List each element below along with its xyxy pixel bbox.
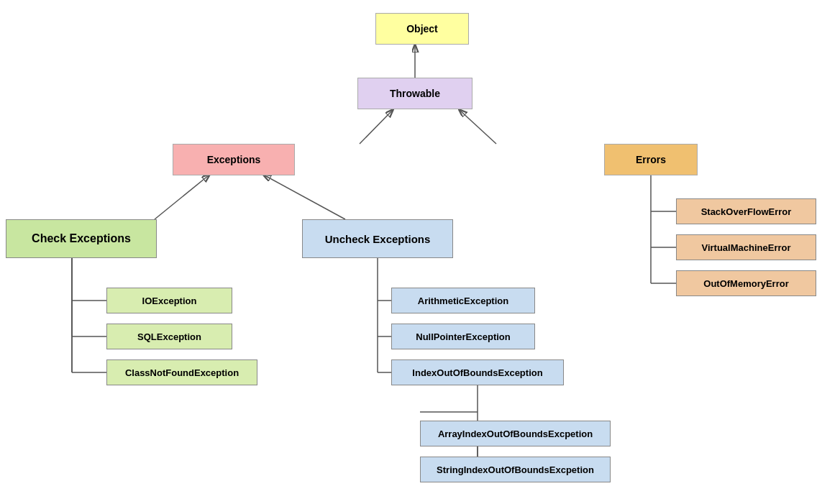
node-errors: Errors (604, 144, 698, 175)
svg-line-2 (460, 111, 496, 144)
label-classnotfound: ClassNotFoundException (125, 367, 239, 378)
label-stringindex: StringIndexOutOfBoundsExcpetion (437, 464, 594, 475)
label-exceptions: Exceptions (207, 154, 261, 165)
label-throwable: Throwable (390, 88, 440, 99)
node-arithmetic: ArithmeticException (391, 288, 535, 313)
node-outofmemory: OutOfMemoryError (676, 270, 816, 296)
node-nullpointer: NullPointerException (391, 324, 535, 349)
label-outofmemory: OutOfMemoryError (703, 278, 788, 289)
label-indexoutofbounds: IndexOutOfBoundsException (412, 367, 542, 378)
label-object: Object (406, 23, 438, 35)
label-nullpointer: NullPointerException (416, 331, 510, 342)
node-stackoverflow: StackOverFlowError (676, 198, 816, 224)
node-stringindex: StringIndexOutOfBoundsExcpetion (420, 457, 611, 482)
label-arrayindex: ArrayIndexOutOfBoundsExcpetion (438, 429, 593, 439)
diagram: Object Throwable Exceptions Errors Check… (0, 0, 840, 504)
label-sqlexception: SQLException (137, 331, 201, 342)
node-uncheck-exceptions: Uncheck Exceptions (302, 219, 453, 258)
node-exceptions: Exceptions (173, 144, 295, 175)
svg-line-3 (155, 175, 209, 219)
label-ioexception: IOException (142, 295, 197, 306)
node-classnotfound: ClassNotFoundException (106, 359, 257, 385)
label-check-exceptions: Check Exceptions (32, 232, 131, 245)
node-throwable: Throwable (357, 78, 472, 109)
label-arithmetic: ArithmeticException (418, 295, 508, 306)
label-virtualmachine: VirtualMachineError (701, 242, 790, 253)
node-indexoutofbounds: IndexOutOfBoundsException (391, 359, 564, 385)
svg-line-4 (265, 175, 345, 219)
label-stackoverflow: StackOverFlowError (701, 206, 792, 217)
node-virtualmachine: VirtualMachineError (676, 234, 816, 260)
node-sqlexception: SQLException (106, 324, 232, 349)
node-arrayindex: ArrayIndexOutOfBoundsExcpetion (420, 421, 611, 446)
node-check-exceptions: Check Exceptions (6, 219, 157, 258)
node-ioexception: IOException (106, 288, 232, 313)
label-errors: Errors (636, 154, 666, 165)
node-object: Object (375, 13, 469, 45)
svg-line-1 (360, 111, 392, 144)
label-uncheck-exceptions: Uncheck Exceptions (325, 233, 431, 245)
